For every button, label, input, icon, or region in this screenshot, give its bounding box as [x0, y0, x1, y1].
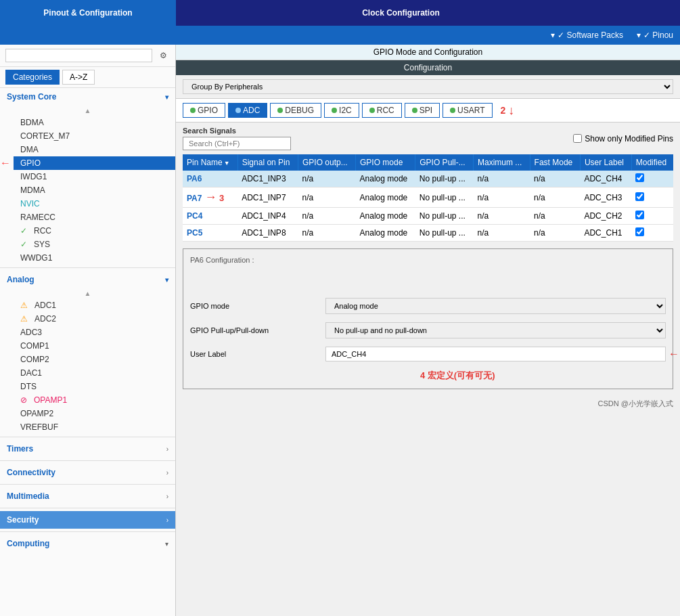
analog-section: Analog ▾ ▲ ⚠ADC1 ⚠ADC2 ADC3 COMP1 COMP2 …: [0, 271, 175, 434]
main-layout: ⚙ Categories A->Z System Core ▾ ▲: [0, 45, 680, 616]
sidebar-item-adc2[interactable]: ⚠ADC2: [14, 312, 175, 326]
separator1: [0, 267, 175, 268]
sidebar-item-comp1[interactable]: COMP1: [14, 339, 175, 353]
search-signals-input[interactable]: [183, 137, 291, 150]
sidebar-item-comp2[interactable]: COMP2: [14, 353, 175, 366]
subheader-right: ▾ ✓ Software Packs ▾ ✓ Pinou: [176, 26, 680, 45]
table-row[interactable]: PC4ADC1_INP4n/aAnalog modeNo pull-up ...…: [183, 208, 673, 225]
sidebar-item-cortex[interactable]: CORTEX_M7: [14, 129, 175, 143]
gpio-pull-row-label: GPIO Pull-up/Pull-down: [190, 326, 325, 334]
periph-tab-spi[interactable]: SPI: [405, 103, 440, 118]
sidebar-scroll: ⚙ Categories A->Z System Core ▾ ▲: [0, 45, 175, 616]
pa6-config-section: PA6 Configuration : GPIO mode Analog mod…: [183, 248, 673, 389]
th-pin-name[interactable]: Pin Name▼: [183, 154, 237, 171]
sidebar-item-wwdg1[interactable]: WWDG1: [14, 251, 175, 265]
multimedia-section[interactable]: Multimedia ›: [0, 487, 175, 505]
table-row[interactable]: PC5ADC1_INP8n/aAnalog modeNo pull-up ...…: [183, 225, 673, 242]
group-by-select[interactable]: Group By Peripherals: [183, 79, 673, 94]
sidebar-item-adc1[interactable]: ⚠ADC1: [14, 299, 175, 312]
sidebar-item-mdma[interactable]: MDMA: [14, 183, 175, 197]
scroll-up-btn[interactable]: ▲: [0, 106, 175, 116]
sidebar-item-rcc[interactable]: ✓RCC: [14, 224, 175, 238]
sidebar-item-sys[interactable]: ✓SYS: [14, 238, 175, 251]
gear-icon[interactable]: ⚙: [156, 49, 170, 62]
sidebar-item-opamp2[interactable]: OPAMP2: [14, 407, 175, 420]
modified-checkbox[interactable]: [635, 192, 644, 201]
clock-tab[interactable]: Clock Configuration: [176, 0, 626, 26]
config-label: Configuration: [404, 63, 452, 72]
tab-categories[interactable]: Categories: [5, 70, 60, 85]
th-gpio-mode[interactable]: GPIO mode: [356, 154, 415, 171]
gpio-pull-select[interactable]: No pull-up and no pull-down: [325, 322, 666, 338]
sidebar-item-gpio[interactable]: ← 1 GPIO: [14, 156, 175, 170]
gpio-pull-control: No pull-up and no pull-down: [325, 322, 666, 338]
scroll-up-btn2[interactable]: ▲: [0, 288, 175, 299]
table-row[interactable]: PA7→ 3ADC1_INP7n/aAnalog modeNo pull-up …: [183, 188, 673, 208]
system-core-items: BDMA CORTEX_M7 DMA ← 1 GPIO IWDG1 MDMA N…: [0, 116, 175, 265]
periph-tab-usart[interactable]: USART: [443, 103, 492, 118]
connectivity-arrow: ›: [166, 469, 168, 477]
periph-tab-i2c[interactable]: I2C: [324, 103, 359, 118]
sidebar-item-opamp1[interactable]: ⊘OPAMP1: [14, 393, 175, 407]
sidebar-item-dac1[interactable]: DAC1: [14, 366, 175, 380]
timers-section[interactable]: Timers ›: [0, 440, 175, 458]
periph-tab-gpio[interactable]: GPIO: [183, 103, 225, 118]
sidebar-item-ramecc[interactable]: RAMECC: [14, 211, 175, 224]
periph-tab-adc[interactable]: ADC: [228, 103, 267, 118]
pinout-btn[interactable]: ▾ ✓ Pinou: [637, 30, 673, 40]
user-label-input[interactable]: [325, 347, 666, 361]
pa6-config-title: PA6 Configuration :: [190, 256, 666, 264]
gpio-mode-select[interactable]: Analog mode: [325, 298, 666, 314]
sidebar-item-dma[interactable]: DMA: [14, 143, 175, 156]
chevron-up-icon2: ▾: [165, 276, 168, 284]
sidebar: ⚙ Categories A->Z System Core ▾ ▲: [0, 45, 176, 616]
timers-label: Timers: [7, 444, 33, 454]
security-section[interactable]: Security ›: [0, 511, 175, 529]
th-gpio-out[interactable]: GPIO outp...: [298, 154, 356, 171]
computing-label: Computing: [7, 539, 49, 548]
rcc-dot: [369, 108, 375, 113]
periph-tab-rcc-label: RCC: [377, 106, 394, 115]
sidebar-item-bdma[interactable]: BDMA: [14, 116, 175, 129]
gpio-pull-row: GPIO Pull-up/Pull-down No pull-up and no…: [190, 322, 666, 338]
computing-arrow: ▾: [165, 540, 168, 548]
sidebar-item-vrefbuf[interactable]: VREFBUF: [14, 420, 175, 434]
sidebar-item-dts[interactable]: DTS: [14, 380, 175, 393]
pinout-tab[interactable]: Pinout & Configuration: [0, 0, 176, 26]
th-max[interactable]: Maximum ...: [474, 154, 530, 171]
sidebar-item-adc3[interactable]: ADC3: [14, 326, 175, 339]
show-modified-checkbox[interactable]: [573, 134, 582, 143]
chevron-down-icon: ▾: [551, 30, 555, 40]
modified-checkbox[interactable]: [635, 211, 644, 219]
modified-checkbox[interactable]: [635, 227, 644, 236]
periph-tab-adc-label: ADC: [243, 106, 260, 115]
separator2: [0, 437, 175, 437]
analog-header[interactable]: Analog ▾: [0, 271, 175, 288]
th-signal[interactable]: Signal on Pin: [237, 154, 298, 171]
periph-tab-spi-label: SPI: [420, 106, 432, 115]
th-fast[interactable]: Fast Mode: [530, 154, 580, 171]
th-label[interactable]: User Label: [580, 154, 631, 171]
anno2-number: 2: [501, 105, 506, 116]
anno4-arrow: ←: [668, 348, 679, 360]
search-input[interactable]: [5, 49, 152, 62]
software-packs-btn[interactable]: ▾ ✓ Software Packs: [551, 30, 623, 40]
table-container: Pin Name▼ Signal on Pin GPIO outp... GPI…: [176, 154, 680, 242]
gpio-dot: [190, 108, 196, 113]
multimedia-arrow: ›: [166, 493, 168, 500]
chevron-down-icon2: ▾: [637, 30, 641, 40]
system-core-header[interactable]: System Core ▾: [0, 88, 175, 106]
sidebar-item-iwdg1[interactable]: IWDG1: [14, 170, 175, 183]
computing-section[interactable]: Computing ▾: [0, 535, 175, 552]
anno2-arrow: ↓: [508, 104, 514, 118]
modified-checkbox[interactable]: [635, 173, 644, 182]
periph-tab-rcc[interactable]: RCC: [362, 103, 402, 118]
table-row[interactable]: PA6ADC1_INP3n/aAnalog modeNo pull-up ...…: [183, 171, 673, 188]
separator5: [0, 508, 175, 508]
periph-tab-debug[interactable]: DEBUG: [270, 103, 321, 118]
th-gpio-pull[interactable]: GPIO Pull-...: [415, 154, 474, 171]
th-modified[interactable]: Modified: [631, 154, 673, 171]
connectivity-section[interactable]: Connectivity ›: [0, 464, 175, 481]
tab-az[interactable]: A->Z: [62, 70, 95, 85]
sidebar-item-nvic[interactable]: NVIC: [14, 197, 175, 211]
